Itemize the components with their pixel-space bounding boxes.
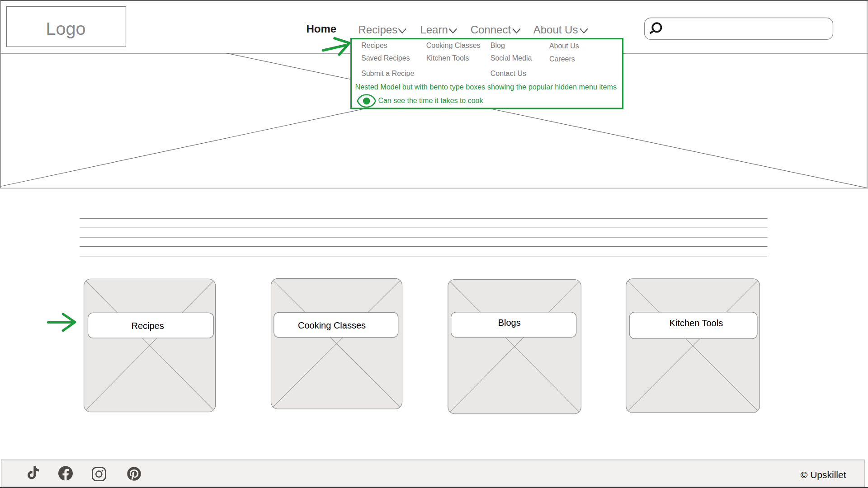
svg-text:Recipes: Recipes xyxy=(131,321,164,331)
svg-text:Cooking Classes: Cooking Classes xyxy=(298,320,366,330)
svg-text:Kitchen Tools: Kitchen Tools xyxy=(670,318,723,328)
svg-text:About Us: About Us xyxy=(549,42,579,50)
svg-text:Learn: Learn xyxy=(420,23,448,36)
svg-text:Connect: Connect xyxy=(471,23,511,36)
svg-text:Blogs: Blogs xyxy=(498,318,521,328)
svg-text:Nested Model but with bento ty: Nested Model but with bento type boxes s… xyxy=(355,83,617,91)
svg-text:Saved Recipes: Saved Recipes xyxy=(361,54,410,62)
svg-text:About Us: About Us xyxy=(533,23,578,36)
svg-text:Social Media: Social Media xyxy=(491,54,532,62)
svg-text:Logo: Logo xyxy=(46,19,86,38)
svg-text:Recipes: Recipes xyxy=(361,42,387,49)
svg-text:Careers: Careers xyxy=(549,55,575,63)
svg-text:Submit a Recipe: Submit a Recipe xyxy=(361,70,414,77)
svg-text:Recipes: Recipes xyxy=(359,23,398,36)
svg-text:© Upskillet: © Upskillet xyxy=(801,469,846,480)
svg-text:Cooking Classes: Cooking Classes xyxy=(426,42,481,49)
svg-text:Kitchen Tools: Kitchen Tools xyxy=(426,54,469,62)
svg-text:Blog: Blog xyxy=(491,42,505,49)
svg-text:Home: Home xyxy=(307,23,337,35)
svg-text:Contact Us: Contact Us xyxy=(491,70,526,77)
svg-text:Can see the time it takes to c: Can see the time it takes to cook xyxy=(378,97,483,104)
